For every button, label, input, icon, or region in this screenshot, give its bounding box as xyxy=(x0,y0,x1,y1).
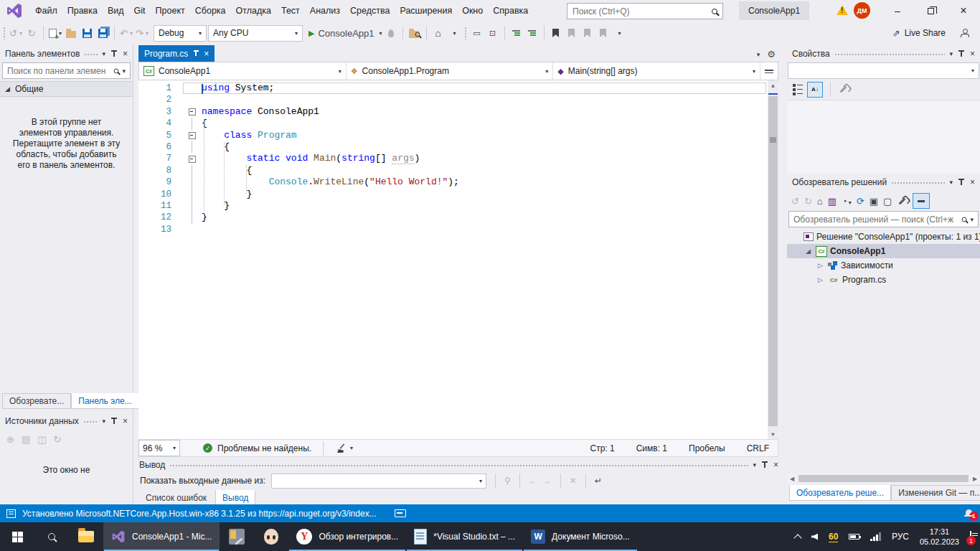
close-icon[interactable]: × xyxy=(204,49,209,59)
toolbar-grip[interactable] xyxy=(3,27,6,39)
property-pages-icon[interactable] xyxy=(840,86,847,93)
minimize-button[interactable]: – xyxy=(881,0,914,22)
toolbar-overflow-button[interactable]: ▾ xyxy=(612,24,626,42)
code-line-10[interactable]: 10 } xyxy=(138,189,778,200)
editor-vertical-scrollbar[interactable]: ▲ ▼ xyxy=(768,80,778,439)
menu-item-1[interactable]: Правка xyxy=(62,3,103,19)
quick-search-input[interactable] xyxy=(573,6,712,17)
preview-selected-icon[interactable]: ▢ xyxy=(883,196,892,207)
code-editor[interactable]: 1using System;23namespace ConsoleApp14{5… xyxy=(138,80,778,439)
refresh-icon[interactable]: ⟳ xyxy=(857,196,864,207)
categorized-icon[interactable] xyxy=(793,84,803,95)
schema-compare-button[interactable]: ⊡ xyxy=(486,24,500,42)
menu-item-9[interactable]: Средства xyxy=(345,3,395,19)
type-dropdown[interactable]: ❖ ConsoleApp1.Program▾ xyxy=(347,62,554,80)
taskbar-app-word[interactable]: W Документ Microso... xyxy=(523,522,638,551)
pin-icon[interactable] xyxy=(764,462,765,468)
next-bookmark-button[interactable] xyxy=(580,24,595,42)
toggle-bookmark-button[interactable] xyxy=(549,24,563,42)
code-line-5[interactable]: 5 class Program xyxy=(138,130,778,141)
action-center-button[interactable]: 1 xyxy=(970,532,971,542)
clear-bookmarks-button[interactable] xyxy=(596,24,611,42)
tree-item-0[interactable]: Решение "ConsoleApp1" (проекты: 1 из 1) xyxy=(787,230,980,244)
code-line-7[interactable]: 7 static void Main(string[] args) xyxy=(138,153,778,164)
split-window-button[interactable] xyxy=(760,62,778,80)
tab-solution-explorer[interactable]: Обозреватель реше... xyxy=(789,485,891,501)
status-column[interactable]: Симв: 1 xyxy=(636,443,667,453)
member-dropdown[interactable]: ◆ Main(string[] args)▾ xyxy=(553,62,760,80)
home-button[interactable]: ⌂ xyxy=(431,24,446,42)
taskbar-app-tools[interactable] xyxy=(220,522,254,551)
find-in-files-button[interactable] xyxy=(407,24,422,42)
save-all-button[interactable] xyxy=(95,24,110,42)
properties-title-bar[interactable]: Свойства ▾ × xyxy=(787,44,980,62)
properties-wrench-icon[interactable] xyxy=(899,197,906,204)
menu-item-4[interactable]: Проект xyxy=(151,3,190,19)
user-avatar[interactable]: ДМ xyxy=(854,2,870,19)
window-menu-icon[interactable]: ▾ xyxy=(949,179,953,186)
home-icon[interactable]: ⌂ xyxy=(817,196,823,207)
taskbar-app-yandex-browser[interactable]: Y Обзор интегриров... xyxy=(288,522,406,551)
code-line-9[interactable]: 9 Console.WriteLine("Hello World!"); xyxy=(138,176,778,188)
menu-item-6[interactable]: Отладка xyxy=(231,3,276,19)
window-menu-icon[interactable]: ▾ xyxy=(949,50,953,57)
menu-item-0[interactable]: Файл xyxy=(30,3,62,19)
collapse-all-button[interactable] xyxy=(913,193,930,209)
tab-server-explorer[interactable]: Обозревате... xyxy=(2,393,71,409)
tree-item-3[interactable]: ▷C#Program.cs xyxy=(787,273,980,287)
pin-icon[interactable] xyxy=(113,51,115,57)
data-sources-title-bar[interactable]: Источники данных ▾ × xyxy=(0,412,133,430)
start-debugging-button[interactable]: ▶ConsoleApp1▾ xyxy=(308,24,382,42)
sync-with-active-document-icon[interactable]: ▥ xyxy=(828,196,837,207)
pin-icon[interactable] xyxy=(961,179,962,185)
code-cleanup-icon[interactable] xyxy=(336,443,346,453)
horizontal-scrollbar[interactable]: ◀ ▶ xyxy=(787,474,980,484)
language-indicator[interactable]: РУС xyxy=(892,532,909,542)
feedback-icon[interactable] xyxy=(960,29,969,37)
close-icon[interactable]: × xyxy=(123,49,128,59)
pin-icon[interactable] xyxy=(961,51,962,57)
scroll-left-icon[interactable]: ◀ xyxy=(787,476,797,482)
project-dropdown[interactable]: C# ConsoleApp1▾ xyxy=(139,62,347,80)
navigate-forward-button[interactable]: ↻ xyxy=(24,24,39,42)
nest-files-icon[interactable]: ▣ xyxy=(870,196,878,207)
collapsed-icon[interactable]: ▷ xyxy=(816,262,825,269)
collapsed-icon[interactable]: ▷ xyxy=(816,276,825,283)
toolbar-grip[interactable] xyxy=(464,27,467,39)
close-icon[interactable]: × xyxy=(773,460,778,470)
menu-item-3[interactable]: Git xyxy=(129,3,151,19)
tab-error-list[interactable]: Список ошибок xyxy=(138,490,214,506)
solution-explorer-title-bar[interactable]: Обозреватель решений ▾ × xyxy=(787,173,980,191)
menu-item-8[interactable]: Анализ xyxy=(305,3,345,19)
code-line-4[interactable]: 4{ xyxy=(138,118,778,129)
tab-output[interactable]: Вывод xyxy=(215,490,255,506)
taskbar-search-button[interactable] xyxy=(34,522,69,551)
taskbar-app-visual-studio[interactable]: ConsoleApp1 - Mic... xyxy=(103,522,220,551)
output-title-bar[interactable]: Вывод ▾ × xyxy=(134,458,783,472)
indent-decrease-button[interactable] xyxy=(509,24,524,42)
tray-expand-icon[interactable] xyxy=(793,534,801,542)
document-list-icon[interactable]: ▾ xyxy=(757,51,760,58)
indent-increase-button[interactable] xyxy=(525,24,540,42)
find-message-icon[interactable]: ⚲ xyxy=(504,476,511,486)
code-line-2[interactable]: 2 xyxy=(138,94,778,105)
prev-message-icon[interactable]: ← xyxy=(529,476,537,486)
code-line-11[interactable]: 11 } xyxy=(138,200,778,212)
prev-bookmark-button[interactable] xyxy=(565,24,579,42)
close-button[interactable]: × xyxy=(947,0,980,22)
window-menu-icon[interactable]: ▾ xyxy=(102,50,105,57)
tree-item-2[interactable]: ▷Зависимости xyxy=(787,258,980,273)
status-line[interactable]: Стр: 1 xyxy=(590,443,615,453)
menu-item-2[interactable]: Вид xyxy=(103,3,129,19)
solution-search-input[interactable] xyxy=(793,215,958,225)
taskbar-app-notepad[interactable]: *Visual Studio.txt – ... xyxy=(406,522,523,551)
word-wrap-icon[interactable]: ↵ xyxy=(595,476,602,486)
code-line-8[interactable]: 8 { xyxy=(138,165,778,176)
properties-object-dropdown[interactable]: ▾ xyxy=(788,62,979,79)
tab-git-changes[interactable]: Изменения Git — п... xyxy=(891,485,980,501)
volume-icon[interactable] xyxy=(811,534,818,540)
menu-item-5[interactable]: Сборка xyxy=(190,3,231,19)
menu-item-11[interactable]: Окно xyxy=(457,3,488,19)
toolbox-search-input[interactable] xyxy=(7,66,110,76)
menu-item-7[interactable]: Тест xyxy=(276,3,305,19)
